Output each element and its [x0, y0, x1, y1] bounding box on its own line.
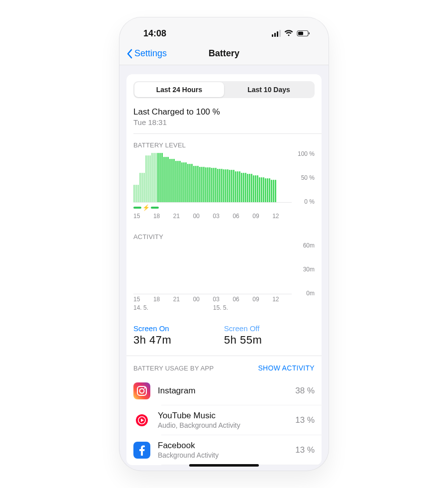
- cellular-icon: [272, 30, 281, 37]
- main-card: Last 24 Hours Last 10 Days Last Charged …: [126, 74, 322, 465]
- screen-on-label: Screen On: [133, 324, 224, 333]
- app-percent: 13 %: [295, 445, 315, 455]
- activity-dates: 14. 5. 15. 5.: [133, 303, 292, 311]
- screen-on-value: 3h 47m: [133, 334, 224, 347]
- status-bar: 14:08: [119, 17, 329, 42]
- screen-off-value: 5h 55m: [224, 334, 315, 347]
- svg-rect-3: [133, 382, 150, 399]
- status-time: 14:08: [143, 28, 166, 39]
- screen-off-block: Screen Off 5h 55m: [224, 324, 315, 347]
- content[interactable]: Last 24 Hours Last 10 Days Last Charged …: [119, 65, 329, 467]
- battery-icon: [297, 30, 311, 37]
- svg-rect-1: [298, 32, 303, 35]
- last-charged-block: Last Charged to 100 % Tue 18:31: [126, 107, 322, 133]
- app-row-facebook[interactable]: Facebook Background Activity 13 %: [126, 435, 322, 465]
- app-subtext: Audio, Background Activity: [158, 421, 295, 429]
- battery-level-y-axis: 100 % 50 % 0 %: [292, 153, 315, 203]
- app-name: YouTube Music: [158, 411, 295, 421]
- home-indicator[interactable]: [189, 464, 259, 467]
- svg-rect-2: [309, 32, 310, 34]
- app-subtext: Background Activity: [158, 451, 295, 459]
- charging-indicator: ⚡: [133, 204, 292, 211]
- usage-label: BATTERY USAGE BY APP: [133, 365, 214, 372]
- status-icons: [272, 30, 311, 37]
- battery-level-chart[interactable]: ⚡ 1518210003060912 100 % 50 % 0 %: [133, 153, 315, 220]
- activity-summary: Screen On 3h 47m Screen Off 5h 55m: [126, 317, 322, 356]
- navigation-bar: Settings Battery: [119, 42, 329, 65]
- wifi-icon: [284, 30, 293, 37]
- time-range-control: Last 24 Hours Last 10 Days: [133, 81, 315, 98]
- usage-header: BATTERY USAGE BY APP SHOW ACTIVITY: [126, 356, 322, 377]
- facebook-icon: [133, 442, 150, 459]
- screen-on-block: Screen On 3h 47m: [133, 324, 224, 347]
- page-title: Battery: [209, 48, 239, 59]
- phone-frame: 14:08 Settings Battery Last 24 Hours L: [119, 17, 329, 471]
- app-name: Facebook: [158, 441, 295, 451]
- screen-off-label: Screen Off: [224, 324, 315, 333]
- svg-point-6: [144, 387, 146, 389]
- activity-y-axis: 60m 30m 0m: [292, 244, 315, 294]
- tab-last-24-hours[interactable]: Last 24 Hours: [134, 82, 224, 97]
- back-button[interactable]: Settings: [126, 48, 167, 59]
- activity-label: ACTIVITY: [133, 233, 315, 241]
- app-percent: 13 %: [295, 415, 315, 425]
- bolt-icon: ⚡: [142, 204, 150, 211]
- activity-chart[interactable]: 1518210003060912 14. 5. 15. 5. 60m 30m 0…: [133, 244, 315, 311]
- app-row-instagram[interactable]: Instagram 38 %: [126, 377, 322, 405]
- tab-last-10-days[interactable]: Last 10 Days: [224, 82, 314, 97]
- show-activity-button[interactable]: SHOW ACTIVITY: [258, 364, 315, 372]
- app-name: Instagram: [158, 386, 295, 396]
- chevron-left-icon: [126, 49, 132, 59]
- app-row-youtube-music[interactable]: YouTube Music Audio, Background Activity…: [126, 405, 322, 435]
- back-label: Settings: [134, 48, 167, 59]
- last-charged-time: Tue 18:31: [133, 118, 315, 126]
- activity-section: ACTIVITY 1518210003060912 14. 5. 15. 5. …: [126, 226, 322, 317]
- youtube-music-icon: [133, 412, 150, 429]
- battery-level-section: BATTERY LEVEL ⚡ 1518210003060912 100 %: [126, 134, 322, 226]
- app-percent: 38 %: [295, 386, 315, 396]
- battery-level-label: BATTERY LEVEL: [133, 141, 315, 149]
- instagram-icon: [133, 382, 150, 399]
- last-charged-title: Last Charged to 100 %: [133, 107, 315, 117]
